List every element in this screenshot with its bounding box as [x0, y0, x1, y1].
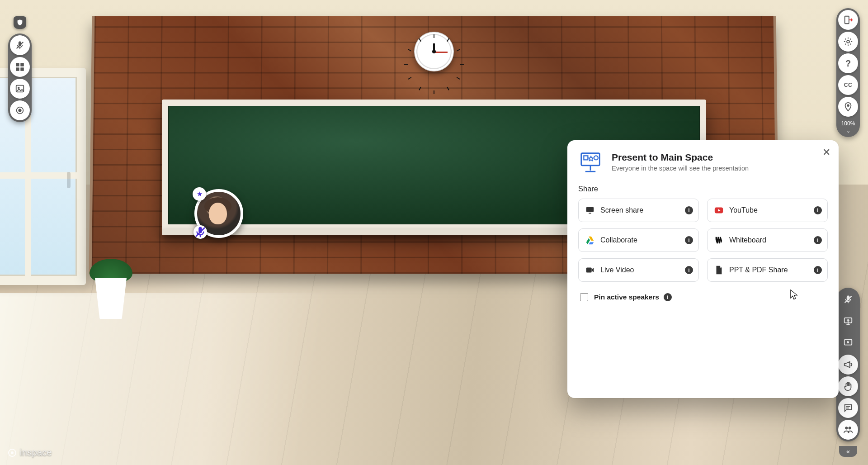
svg-point-9 [19, 109, 21, 112]
pin-active-speakers-checkbox[interactable] [580, 293, 588, 301]
youtube-option[interactable]: YouTube i [707, 199, 828, 222]
moderator-shield-button[interactable] [14, 16, 26, 29]
whiteboard-option[interactable]: Whiteboard i [707, 228, 828, 252]
dialog-title: Present to Main Space [612, 152, 749, 163]
pin-active-speakers-row[interactable]: Pin active speakers i [578, 292, 828, 303]
chat-button[interactable] [838, 398, 858, 418]
right-bottom-toolbar-group [836, 288, 860, 441]
info-icon[interactable]: i [685, 266, 693, 274]
svg-rect-23 [584, 156, 588, 160]
present-header-icon [578, 150, 603, 175]
grid-view-button[interactable] [10, 57, 30, 77]
grid-icon [15, 62, 25, 72]
collaborate-option[interactable]: Collaborate i [578, 228, 699, 252]
raise-hand-button[interactable] [838, 376, 858, 396]
monitor-icon [585, 205, 595, 215]
star-icon: ★ [197, 190, 203, 198]
dialog-heading-block: Present to Main Space Everyone in the sp… [612, 150, 749, 172]
present-button[interactable] [838, 311, 858, 331]
option-label: Screen share [600, 206, 643, 214]
mic-slash-icon [843, 294, 853, 304]
svg-rect-5 [21, 68, 24, 71]
brand-logo-icon [8, 449, 16, 457]
screen-share-icon [843, 316, 853, 326]
chevrons-left-icon: « [846, 447, 850, 455]
live-video-option[interactable]: Live Video i [578, 258, 699, 282]
exit-icon [843, 15, 853, 25]
screen-share-option[interactable]: Screen share i [578, 199, 699, 222]
brand-text: inspace [20, 447, 52, 458]
mic-slash-icon [193, 225, 207, 239]
info-icon[interactable]: i [685, 206, 693, 214]
dialog-close-button[interactable]: ✕ [820, 147, 831, 158]
announce-button[interactable] [838, 355, 858, 375]
right-bottom-toolbar: « [836, 288, 860, 457]
svg-rect-4 [16, 68, 19, 71]
info-icon[interactable]: i [664, 293, 672, 301]
left-edge-handle[interactable] [67, 172, 71, 188]
option-label: PPT & PDF Share [729, 266, 788, 274]
info-icon[interactable]: i [814, 206, 822, 214]
mic-slash-icon [15, 40, 25, 50]
share-to-board-button[interactable] [838, 333, 858, 353]
dialog-subtitle: Everyone in the space will see the prese… [612, 165, 749, 172]
svg-point-19 [849, 427, 851, 430]
option-label: Live Video [600, 266, 634, 274]
mute-all-button[interactable] [838, 289, 858, 309]
app-branding: inspace [8, 447, 52, 458]
left-toolbar-group [8, 33, 32, 122]
svg-point-11 [847, 40, 849, 43]
zoom-chevron-down[interactable]: ⌄ [846, 128, 850, 135]
video-icon [585, 265, 595, 275]
participant-avatar[interactable]: ★ [194, 189, 243, 238]
option-label: YouTube [729, 206, 758, 214]
record-icon [15, 105, 25, 115]
shield-icon [16, 19, 24, 26]
right-top-toolbar-group: ? CC 100% ⌄ [836, 8, 860, 137]
drive-icon [585, 235, 595, 245]
location-icon [843, 102, 853, 112]
option-label: Whiteboard [729, 236, 766, 244]
help-button[interactable]: ? [838, 53, 858, 73]
svg-point-12 [847, 104, 849, 107]
gear-icon [843, 37, 853, 47]
captions-button[interactable]: CC [838, 75, 858, 95]
svg-rect-25 [586, 207, 594, 212]
svg-rect-3 [21, 63, 24, 66]
location-button[interactable] [838, 97, 858, 117]
right-top-toolbar: ? CC 100% ⌄ [836, 8, 860, 137]
cc-icon: CC [844, 82, 852, 88]
leave-button[interactable] [838, 10, 858, 30]
chat-icon [843, 403, 853, 413]
svg-rect-2 [16, 63, 19, 66]
settings-button[interactable] [838, 32, 858, 52]
record-button[interactable] [10, 100, 30, 120]
host-star-badge: ★ [193, 187, 206, 201]
collapse-right-bottom-toolbar-button[interactable]: « [839, 446, 857, 457]
participants-button[interactable] [838, 420, 858, 440]
avatar-face [209, 203, 227, 224]
youtube-icon [714, 205, 724, 215]
info-icon[interactable]: i [685, 236, 693, 244]
svg-rect-26 [589, 213, 591, 214]
svg-rect-10 [845, 16, 849, 24]
help-icon: ? [845, 58, 851, 69]
planter [86, 251, 136, 319]
share-section-label: Share [578, 185, 828, 193]
mic-muted-button[interactable] [10, 35, 30, 55]
people-icon [843, 425, 853, 435]
info-icon[interactable]: i [814, 236, 822, 244]
dialog-header: Present to Main Space Everyone in the sp… [578, 150, 828, 175]
option-label: Collaborate [600, 236, 637, 244]
info-icon[interactable]: i [814, 266, 822, 274]
board-arrow-icon [843, 338, 853, 348]
svg-point-7 [18, 87, 19, 89]
background-button[interactable] [10, 79, 30, 99]
close-icon: ✕ [822, 147, 830, 158]
left-toolbar [8, 16, 32, 122]
svg-point-18 [845, 427, 848, 430]
ppt-pdf-option[interactable]: PPT & PDF Share i [707, 258, 828, 282]
avatar-mic-muted-badge [193, 225, 207, 239]
zoom-readout: 100% [841, 119, 855, 127]
share-options-grid: Screen share i YouTube i Collaborate i W… [578, 199, 828, 282]
